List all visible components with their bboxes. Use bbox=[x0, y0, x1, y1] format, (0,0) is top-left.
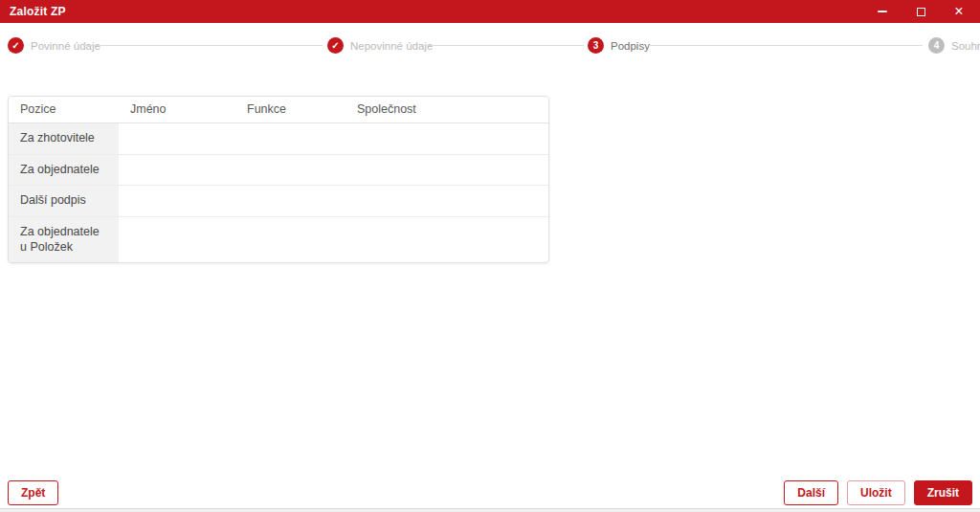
table-row: Další podpis bbox=[9, 186, 548, 217]
dialog-zalozit-zp: Založit ZP × ✓ Povinné údaje ✓ Nepovinné… bbox=[0, 0, 980, 512]
spolecnost-cell[interactable] bbox=[345, 216, 548, 262]
back-button[interactable]: Zpět bbox=[8, 480, 58, 505]
step-done-check-icon: ✓ bbox=[327, 37, 344, 54]
minimize-button[interactable] bbox=[875, 4, 890, 19]
step-number-badge: 3 bbox=[588, 37, 604, 54]
step-nepovinne-udaje[interactable]: ✓ Nepovinné údaje bbox=[327, 37, 433, 54]
row-label-cell: Za objednatele bbox=[9, 154, 119, 186]
funkce-cell[interactable] bbox=[235, 186, 345, 217]
table-row: Za objednatele bbox=[9, 154, 548, 186]
step-podpisy-active[interactable]: 3 Podpisy bbox=[588, 37, 650, 54]
column-header-spolecnost: Společnost bbox=[345, 97, 548, 123]
window-controls: × bbox=[875, 4, 967, 19]
jmeno-cell[interactable] bbox=[119, 186, 235, 217]
column-header-jmeno: Jméno bbox=[119, 97, 235, 123]
step-label: Souhrn bbox=[951, 40, 980, 52]
window-bottom-edge bbox=[0, 508, 980, 512]
funkce-cell[interactable] bbox=[235, 216, 345, 262]
step-done-check-icon: ✓ bbox=[8, 37, 24, 54]
close-icon: × bbox=[954, 5, 963, 18]
funkce-cell[interactable] bbox=[235, 123, 345, 155]
jmeno-cell[interactable] bbox=[119, 123, 235, 155]
step-souhrn: 4 Souhrn bbox=[928, 37, 980, 54]
jmeno-cell[interactable] bbox=[119, 216, 235, 262]
save-button[interactable]: Uložit bbox=[847, 480, 905, 505]
spolecnost-cell[interactable] bbox=[345, 154, 548, 186]
maximize-button[interactable] bbox=[913, 4, 928, 19]
spolecnost-cell[interactable] bbox=[345, 186, 548, 217]
maximize-icon bbox=[917, 8, 925, 16]
step-number-badge: 4 bbox=[928, 37, 945, 54]
step-label: Podpisy bbox=[611, 40, 650, 52]
wizard-stepper: ✓ Povinné údaje ✓ Nepovinné údaje 3 Podp… bbox=[0, 23, 980, 69]
title-bar: Založit ZP × bbox=[0, 0, 980, 23]
row-label-cell: Další podpis bbox=[9, 186, 119, 217]
window-title: Založit ZP bbox=[10, 5, 66, 18]
table-row: Za zhotovitele bbox=[9, 123, 548, 155]
table-header-row: Pozice Jméno Funkce Společnost bbox=[9, 97, 548, 123]
row-label-cell: Za zhotovitele bbox=[9, 123, 119, 155]
step-connector bbox=[649, 45, 923, 46]
jmeno-cell[interactable] bbox=[119, 154, 235, 186]
column-header-pozice: Pozice bbox=[9, 97, 119, 123]
column-header-funkce: Funkce bbox=[235, 97, 345, 123]
spolecnost-cell[interactable] bbox=[345, 123, 548, 155]
step-connector bbox=[421, 45, 584, 46]
next-button[interactable]: Další bbox=[784, 480, 838, 505]
step-connector bbox=[84, 45, 323, 46]
table-row: Za objednatele u Položek bbox=[9, 216, 548, 262]
close-button[interactable]: × bbox=[951, 4, 967, 19]
row-label-cell: Za objednatele u Položek bbox=[9, 216, 119, 262]
cancel-button[interactable]: Zrušit bbox=[914, 480, 972, 505]
funkce-cell[interactable] bbox=[235, 154, 345, 186]
signatures-table: Pozice Jméno Funkce Společnost Za zhotov… bbox=[8, 96, 549, 263]
minimize-icon bbox=[878, 11, 887, 12]
